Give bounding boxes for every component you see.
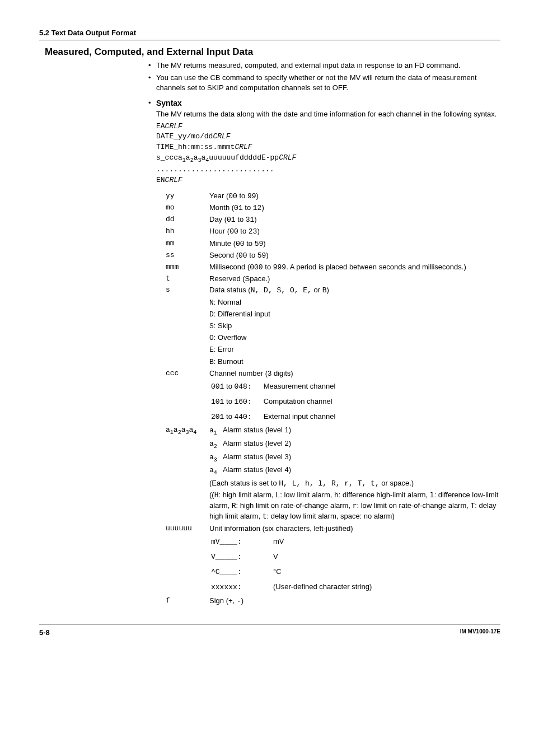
def-alarm: a1a2a3a4 a1 Alarm status (level 1) <box>165 424 500 438</box>
page-number: 5-8 <box>39 628 50 638</box>
def-mo: moMonth (01 to 12) <box>165 202 500 214</box>
syntax-title: Syntax <box>156 99 182 108</box>
def-ss: ssSecond (00 to 59) <box>165 250 500 262</box>
bullet-2: You can use the CB command to specify wh… <box>148 73 500 92</box>
def-dd: ddDay (01 to 31) <box>165 214 500 226</box>
intro-bullets: The MV returns measured, computed, and e… <box>148 60 500 92</box>
content-body: The MV returns measured, computed, and e… <box>148 60 500 606</box>
def-mm: mmMinute (00 to 59) <box>165 238 500 250</box>
def-s: sData status (N, D, S, O, E, or B) <box>165 284 500 296</box>
def-t: tReserved (Space.) <box>165 273 500 284</box>
page-footer: 5-8 IM MV1000-17E <box>39 624 500 638</box>
section-header: 5.2 Text Data Output Format <box>39 28 500 40</box>
bullet-1: The MV returns measured, computed, and e… <box>148 60 500 71</box>
syntax-intro: The MV returns the data along with the d… <box>156 109 500 119</box>
doc-id: IM MV1000-17E <box>460 628 500 638</box>
def-uu: uuuuuuUnit information (six characters, … <box>165 523 500 534</box>
def-mmm: mmmMillisecond (000 to 999. A period is … <box>165 262 500 273</box>
syntax-heading: Syntax <box>148 98 500 109</box>
def-ccc: cccChannel number (3 digits) <box>165 368 500 379</box>
subsection-title: Measured, Computed, and External Input D… <box>45 46 500 59</box>
definitions-table: yyYear (00 to 99) moMonth (01 to 12) ddD… <box>165 190 500 607</box>
def-yy: yyYear (00 to 99) <box>165 190 500 202</box>
def-f: fSign (+, -) <box>165 595 500 607</box>
syntax-code: EACRLF DATE_yy/mo/ddCRLF TIME_hh:mm:ss.m… <box>156 122 500 186</box>
def-hh: hhHour (00 to 23) <box>165 226 500 237</box>
